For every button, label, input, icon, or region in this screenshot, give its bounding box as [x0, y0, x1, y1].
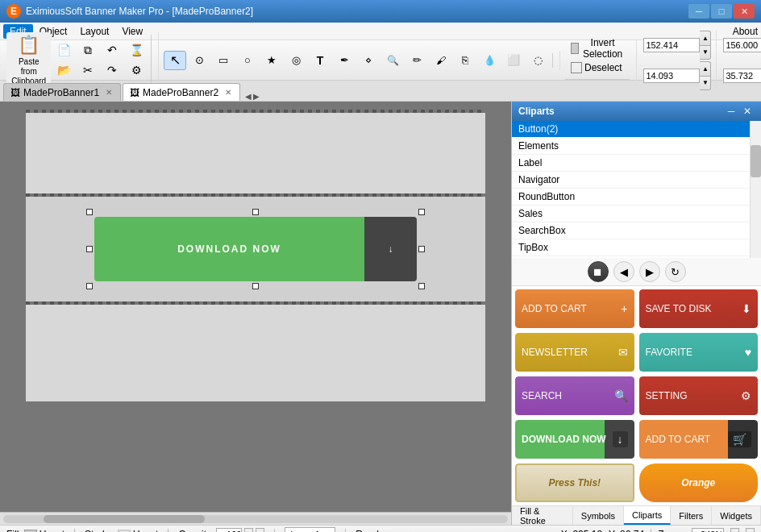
- panel-tab-widgets[interactable]: Widgets: [712, 506, 761, 525]
- h-input[interactable]: [723, 69, 761, 83]
- panel-tab-fill-stroke[interactable]: Fill & Stroke: [512, 506, 573, 525]
- node-tool-button[interactable]: ⋄: [357, 51, 380, 70]
- tab-nav-prev[interactable]: ◀: [245, 92, 252, 101]
- pencil-tool-button[interactable]: ✏: [405, 51, 428, 70]
- clipart-add-to-cart2[interactable]: ADD TO CART 🛒: [639, 420, 759, 459]
- handle-mr[interactable]: [418, 246, 425, 252]
- opacity-spin-down[interactable]: ▼: [256, 528, 264, 533]
- fill-value: Unset: [40, 529, 64, 533]
- w-spin-down[interactable]: ▼: [700, 76, 711, 90]
- handle-tr[interactable]: [418, 209, 425, 215]
- clipart-press-this[interactable]: Press This!: [515, 463, 634, 502]
- star-tool-button[interactable]: ★: [260, 51, 283, 70]
- invert-deselect-section: Invert Selection Deselect: [562, 39, 637, 81]
- zoom-spin-down[interactable]: ▼: [746, 528, 755, 533]
- panel-list-scrollbar[interactable]: [750, 121, 761, 258]
- maximize-button[interactable]: □: [711, 4, 732, 19]
- handle-tm[interactable]: [252, 209, 259, 215]
- dropper-tool-button[interactable]: 💧: [478, 51, 501, 70]
- w-input[interactable]: [643, 69, 700, 83]
- tab-madeprobanner2[interactable]: 🖼 MadeProBanner2 ✕: [123, 83, 240, 101]
- clipart-save-to-disk[interactable]: SAVE TO DISK ⬇: [639, 289, 759, 328]
- category-button2[interactable]: Button(2): [512, 121, 750, 138]
- opacity-input[interactable]: [216, 528, 242, 533]
- new-button[interactable]: 📄: [52, 40, 75, 60]
- history-button[interactable]: ⌛: [125, 40, 148, 60]
- panel-tab-filters[interactable]: Filters: [671, 506, 712, 525]
- paste-from-clipboard-button[interactable]: 📋 Paste from Clipboard: [6, 32, 51, 89]
- select-tool-button[interactable]: ↖: [164, 51, 186, 70]
- panel-pin-button[interactable]: ─: [724, 104, 738, 118]
- canvas-scroll[interactable]: DOWNLOAD NOW ↓: [0, 102, 511, 512]
- nav-stop-button[interactable]: ⏹: [588, 261, 609, 282]
- handle-br[interactable]: [418, 283, 425, 289]
- clipart-add-to-cart[interactable]: ADD TO CART +: [515, 289, 634, 328]
- tab1-close[interactable]: ✕: [106, 88, 112, 97]
- copy-button[interactable]: ⧉: [77, 40, 99, 60]
- category-searchbox[interactable]: SearchBox: [512, 222, 750, 239]
- y-input-row: ▲ ▼: [723, 31, 761, 60]
- close-button[interactable]: ✕: [734, 4, 755, 19]
- panel-tab-symbols[interactable]: Symbols: [573, 506, 624, 525]
- download-now-icon: ↓: [613, 431, 628, 447]
- panel-bottom-tabs: Fill & Stroke Symbols Cliparts Filters W…: [512, 505, 761, 525]
- redo-button[interactable]: ↷: [101, 60, 123, 80]
- category-tipbox[interactable]: TipBox: [512, 239, 750, 256]
- category-elements[interactable]: Elements: [512, 138, 750, 155]
- w-spin-up[interactable]: ▲: [700, 61, 711, 76]
- clipart-newsletter[interactable]: NEWSLETTER ✉: [515, 333, 634, 372]
- text-tool-button[interactable]: T: [309, 51, 331, 70]
- nav-next-button[interactable]: ▶: [639, 261, 660, 282]
- x-spin-down[interactable]: ▼: [700, 45, 711, 60]
- minimize-button[interactable]: ─: [688, 4, 709, 19]
- tab-madeprobanner1[interactable]: 🖼 MadeProBanner1 ✕: [3, 83, 121, 101]
- zoom-input[interactable]: [692, 528, 724, 533]
- handle-ml[interactable]: [86, 246, 93, 252]
- rect-tool-button[interactable]: ▭: [212, 51, 235, 70]
- y-input[interactable]: [723, 38, 761, 52]
- undo-button[interactable]: ↶: [101, 40, 123, 60]
- panel-tab-cliparts[interactable]: Cliparts: [624, 506, 671, 525]
- tab2-close[interactable]: ✕: [225, 88, 231, 97]
- eraser-tool-button[interactable]: ⬜: [502, 51, 525, 70]
- settings-button[interactable]: ⚙: [125, 60, 148, 80]
- clipart-search[interactable]: SEARCH 🔍: [515, 376, 634, 415]
- deselect-button[interactable]: Deselect: [565, 59, 628, 77]
- nav-refresh-button[interactable]: ↻: [665, 261, 686, 282]
- category-sales[interactable]: Sales: [512, 206, 750, 222]
- handle-tl[interactable]: [86, 209, 93, 215]
- pen-tool-button[interactable]: ✒: [333, 51, 356, 70]
- h-scrollbar[interactable]: [0, 512, 511, 525]
- handle-bm[interactable]: [252, 283, 259, 289]
- tab-nav-next[interactable]: ▶: [253, 92, 260, 101]
- cut-button[interactable]: ✂: [77, 60, 99, 80]
- paste-label: Paste from Clipboard: [10, 57, 47, 86]
- clipart-favorite[interactable]: FAVORITE ♥: [639, 333, 759, 372]
- ellipse-tool-button[interactable]: ○: [236, 51, 259, 70]
- paint-tool-button[interactable]: 🖌: [430, 51, 452, 70]
- invert-selection-button[interactable]: Invert Selection: [565, 39, 630, 57]
- stroke-value: Unset: [133, 529, 158, 533]
- panel-close-button[interactable]: ✕: [740, 104, 755, 118]
- clipart-setting[interactable]: SETTING ⚙: [639, 376, 759, 415]
- selected-element[interactable]: DOWNLOAD NOW ↓: [94, 217, 417, 281]
- x-spin-up[interactable]: ▲: [700, 31, 711, 45]
- x-input[interactable]: [643, 38, 700, 52]
- spiral-tool-button[interactable]: ◎: [285, 51, 307, 70]
- opacity-spin-up[interactable]: ▲: [244, 528, 253, 533]
- clipart-orange[interactable]: Orange: [639, 463, 759, 502]
- lasso-tool-button[interactable]: ⊙: [188, 51, 210, 70]
- handle-bl[interactable]: [86, 283, 93, 289]
- category-navigator[interactable]: Navigator: [512, 172, 750, 189]
- h-scrollbar-thumb[interactable]: [44, 515, 205, 523]
- zoom-spin-up[interactable]: ▲: [730, 528, 739, 533]
- layer-select[interactable]: Layer 1: [285, 527, 335, 533]
- zoom-tool-button[interactable]: 🔍: [381, 51, 404, 70]
- nav-prev-button[interactable]: ◀: [613, 261, 634, 282]
- spray-tool-button[interactable]: ◌: [526, 51, 549, 70]
- open-button[interactable]: 📂: [52, 60, 75, 80]
- clipart-download-now[interactable]: DOWNLOAD NOW ↓: [515, 420, 634, 459]
- clone-tool-button[interactable]: ⎘: [454, 51, 476, 70]
- category-roundbutton[interactable]: RoundButton: [512, 189, 750, 206]
- category-label[interactable]: Label: [512, 155, 750, 172]
